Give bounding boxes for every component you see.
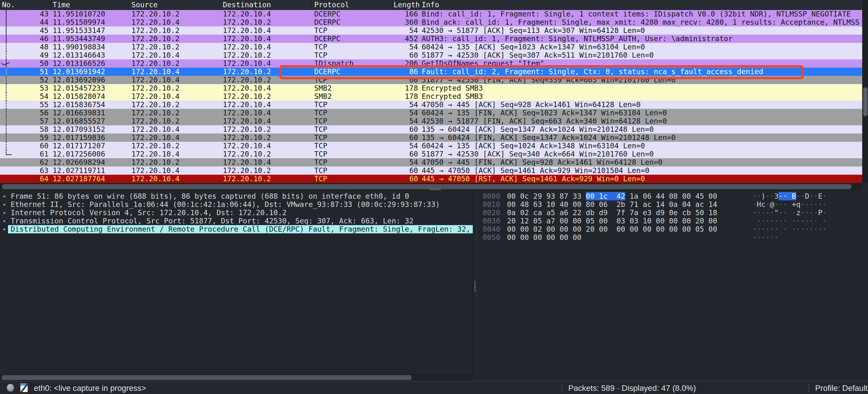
cell-info: 51877 → 42530 [FIN, ACK] Seq=339 Ack=663…: [420, 76, 862, 84]
hex-ascii[interactable]: ·····"·· ·z····P·: [752, 209, 827, 217]
cell-info: 42530 → 51877 [FIN, ACK] Seq=663 Ack=340…: [420, 117, 862, 125]
cell-time: 12.015836754: [51, 101, 129, 109]
expander-arrow-icon[interactable]: ▸: [3, 200, 6, 208]
detail-line[interactable]: ▸Internet Protocol Version 4, Src: 172.2…: [0, 209, 473, 217]
packet-row[interactable]: 4912.013146643172.20.10.4172.20.10.2TCP6…: [0, 51, 862, 59]
conversation-line-icon: [6, 18, 6, 26]
hex-row[interactable]: 005000 00 00 00 00 00······: [477, 233, 868, 241]
cell-source: 172.20.10.4: [129, 133, 220, 142]
hex-ascii[interactable]: ······ · ········: [752, 225, 827, 233]
vertical-scrollbar-thumb[interactable]: [863, 87, 868, 116]
cell-info: 51877 → 42530 [ACK] Seq=307 Ack=511 Win=…: [420, 51, 862, 59]
packet-row[interactable]: 6112.017256006172.20.10.4172.20.10.2TCP6…: [0, 150, 862, 158]
ascii-text: ······· ······ ·: [752, 217, 827, 225]
cell-protocol: DCERPC: [311, 18, 393, 26]
hex-bytes[interactable]: 0a 02 ca a5 a6 22 db d9 7f 7a e3 d9 0e c…: [507, 209, 735, 217]
capture-file-icon[interactable]: [20, 383, 28, 392]
column-header-info[interactable]: Info: [420, 0, 862, 10]
cell-no: 56: [0, 109, 51, 117]
hex-ascii[interactable]: ··)··3·· B··D··E·: [752, 192, 827, 200]
packet-row[interactable]: 5212.013692096172.20.10.4172.20.10.2TCP6…: [0, 76, 862, 84]
packet-row[interactable]: 4411.951509974172.20.10.4172.20.10.2DCER…: [0, 18, 862, 26]
cell-source: 172.20.10.2: [129, 109, 220, 117]
hex-bytes[interactable]: 20 12 05 a7 00 00 05 00 03 03 10 00 00 0…: [507, 217, 735, 225]
packet-row[interactable]: 6412.027187764172.20.10.4172.20.10.2TCP6…: [0, 175, 862, 183]
column-header-protocol[interactable]: Protocol: [311, 0, 393, 10]
pane-splitter-vertical-grip-icon[interactable]: [474, 281, 475, 292]
packet-row[interactable]: 5112.013691942172.20.10.4172.20.10.2DCER…: [0, 68, 862, 76]
cell-time: 11.951509974: [51, 18, 129, 26]
cell-protocol: TCP: [311, 175, 393, 183]
expander-arrow-icon[interactable]: ▸: [3, 209, 6, 217]
hex-bytes[interactable]: 00 00 00 00 00 00: [507, 233, 735, 241]
cell-info: 445 → 47050 [ACK] Seq=1461 Ack=929 Win=2…: [420, 166, 862, 175]
hex-ascii[interactable]: ······· ······ ·: [752, 217, 827, 225]
detail-line[interactable]: ▸Ethernet II, Src: Parallels_1a:06:44 (0…: [0, 200, 473, 209]
packet-row[interactable]: 5412.015828074172.20.10.4172.20.10.2SMB2…: [0, 92, 862, 101]
cell-destination: 172.20.10.4: [220, 35, 311, 43]
column-header-source[interactable]: Source: [129, 0, 220, 10]
ascii-text: ······: [752, 233, 778, 241]
hex-bytes[interactable]: 00 0c 29 93 87 33 00 1c 42 1a 06 44 08 0…: [507, 192, 735, 200]
cell-info: Fault: call_id: 2, Fragment: Single, Ctx…: [420, 68, 862, 76]
packet-row[interactable]: 5812.017093152172.20.10.4172.20.10.2TCP6…: [0, 125, 862, 133]
detail-scrollbar-thumb[interactable]: [1, 375, 412, 380]
horizontal-scrollbar-thumb[interactable]: [2, 184, 851, 189]
cell-destination: 172.20.10.4: [220, 59, 311, 68]
hex-row[interactable]: 00200a 02 ca a5 a6 22 db d9 7f 7a e3 d9 …: [477, 209, 868, 217]
detail-line-selected[interactable]: ▸Distributed Computing Environment / Rem…: [0, 225, 473, 233]
expander-arrow-icon[interactable]: ▸: [3, 225, 6, 233]
profile-selector[interactable]: Profile: Default: [815, 384, 868, 393]
packet-row[interactable]: 4511.951533147172.20.10.2172.20.10.4TCP5…: [0, 26, 862, 35]
packet-list-vertical-scrollbar[interactable]: [862, 0, 868, 183]
hex-selected-bytes[interactable]: 00 1c 42: [586, 192, 625, 200]
detail-pane-horizontal-scrollbar[interactable]: [0, 374, 473, 381]
expander-arrow-icon[interactable]: ▸: [3, 192, 6, 200]
packet-row[interactable]: 4811.990198834172.20.10.2172.20.10.4TCP5…: [0, 43, 862, 51]
column-header-length[interactable]: Length: [393, 0, 420, 10]
packet-row[interactable]: 6212.026698294172.20.10.2172.20.10.4TCP5…: [0, 158, 862, 166]
cell-length: 452: [393, 35, 420, 43]
conversation-line-icon: [6, 125, 6, 133]
packet-row[interactable]: 5612.016639831172.20.10.2172.20.10.4TCP5…: [0, 109, 862, 117]
detail-line[interactable]: ▸Transmission Control Protocol, Src Port…: [0, 217, 473, 225]
column-header-time[interactable]: Time: [51, 0, 129, 10]
cell-time: 12.015828074: [51, 92, 129, 101]
hex-row[interactable]: 003020 12 05 a7 00 00 05 00 03 03 10 00 …: [477, 217, 868, 225]
cell-protocol: SMB2: [311, 84, 393, 92]
conversation-line-icon: [6, 117, 6, 125]
column-header-destination[interactable]: Destination: [220, 0, 311, 10]
packet-row[interactable]: 6012.017171207172.20.10.2172.20.10.4TCP5…: [0, 142, 862, 150]
hex-bytes[interactable]: 00 48 63 10 40 00 80 06 2b 71 ac 14 0a 0…: [507, 200, 735, 209]
packet-row[interactable]: 4311.951010720172.20.10.2172.20.10.4DCER…: [0, 10, 862, 18]
cell-time: 12.017159836: [51, 133, 129, 142]
packet-row[interactable]: 5312.015457233172.20.10.2172.20.10.4SMB2…: [0, 84, 862, 92]
hex-row[interactable]: 000000 0c 29 93 87 33 00 1c 42 1a 06 44 …: [477, 192, 868, 200]
packet-row[interactable]: 5512.015836754172.20.10.2172.20.10.4TCP5…: [0, 101, 862, 109]
pane-splitter-horizontal-grip-icon[interactable]: [430, 189, 441, 190]
packet-row[interactable]: 5912.017159836172.20.10.4172.20.10.2TCP6…: [0, 133, 862, 142]
hex-ascii[interactable]: ······: [752, 233, 778, 241]
expander-arrow-icon[interactable]: ▸: [3, 217, 6, 225]
packet-row[interactable]: 4611.953443749172.20.10.2172.20.10.4DCER…: [0, 35, 862, 43]
cell-no: 54: [0, 92, 51, 101]
hex-ascii[interactable]: ·Hc·@··· +q······: [752, 200, 827, 209]
hex-row[interactable]: 001000 48 63 10 40 00 80 06 2b 71 ac 14 …: [477, 200, 868, 209]
packet-row[interactable]: 5712.016855527172.20.10.2172.20.10.4TCP5…: [0, 117, 862, 125]
ascii-selected[interactable]: ·· B: [778, 192, 796, 200]
cell-info: 135 → 60424 [ACK] Seq=1347 Ack=1024 Win=…: [420, 125, 862, 133]
cell-length: 60: [393, 175, 420, 183]
hex-row[interactable]: 004000 00 02 00 00 00 20 00 00 00 00 00 …: [477, 225, 868, 233]
cell-protocol: DCERPC: [311, 68, 393, 76]
cell-no: 51: [0, 68, 51, 76]
interface-status-text[interactable]: eth0: <live capture in progress>: [34, 384, 146, 393]
cell-time: 12.027187764: [51, 175, 129, 183]
hex-bytes[interactable]: 00 00 02 00 00 00 20 00 00 00 00 00 00 0…: [507, 225, 735, 233]
cell-source: 172.20.10.2: [129, 59, 220, 68]
column-header-no[interactable]: No.: [0, 0, 51, 10]
detail-line[interactable]: ▸Frame 51: 86 bytes on wire (688 bits), …: [0, 192, 473, 200]
cell-length: 206: [393, 59, 420, 68]
packet-row[interactable]: 5012.013166526172.20.10.2172.20.10.4IDis…: [0, 59, 862, 68]
capture-status-dot-icon[interactable]: [7, 384, 14, 392]
packet-row[interactable]: 6312.027119711172.20.10.4172.20.10.2TCP6…: [0, 166, 862, 175]
